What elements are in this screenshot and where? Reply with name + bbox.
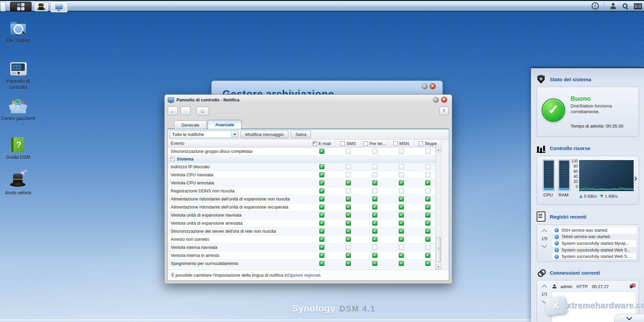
notify-checkbox-tel[interactable]: [372, 221, 377, 226]
notify-checkbox-skype[interactable]: [425, 221, 430, 226]
table-row[interactable]: Registrazione DDNS non riuscita: [168, 187, 441, 195]
notify-checkbox-tel[interactable]: [372, 237, 377, 242]
tab-generale[interactable]: Generale: [174, 121, 207, 129]
notify-checkbox-email[interactable]: [319, 180, 324, 185]
column-header-evento[interactable]: Evento: [168, 140, 309, 147]
notify-checkbox-sms[interactable]: [346, 237, 351, 242]
notify-checkbox-email[interactable]: [319, 253, 324, 258]
column-header-sms[interactable]: SMS: [335, 140, 362, 147]
notify-checkbox-tel[interactable]: [372, 245, 377, 250]
notify-checkbox-skype[interactable]: [425, 253, 430, 258]
notify-checkbox-email[interactable]: [319, 164, 324, 169]
collapse-icon[interactable]: [170, 157, 175, 161]
notify-checkbox-email[interactable]: [319, 149, 324, 154]
column-checkbox-msn[interactable]: [393, 141, 398, 146]
notify-checkbox-sms[interactable]: [346, 196, 351, 201]
notify-checkbox-msn[interactable]: [399, 180, 404, 185]
notify-checkbox-skype[interactable]: [425, 245, 430, 250]
table-row[interactable]: Alimentazione ridondante dell'unità di e…: [168, 203, 441, 211]
notify-checkbox-tel[interactable]: [372, 229, 377, 234]
minimize-button[interactable]: [422, 84, 428, 89]
notify-checkbox-sms[interactable]: [346, 204, 351, 210]
notify-checkbox-sms[interactable]: [346, 253, 351, 258]
notify-checkbox-skype[interactable]: [425, 149, 430, 154]
column-header-email[interactable]: E-mail: [309, 140, 335, 147]
back-button[interactable]: [168, 106, 178, 115]
notify-checkbox-email[interactable]: [319, 188, 324, 193]
desktop-icon-dsm-help[interactable]: ? Guida DSM: [0, 137, 36, 160]
notify-checkbox-email[interactable]: [319, 213, 324, 218]
info-icon[interactable]: [592, 2, 599, 9]
notify-checkbox-email[interactable]: [319, 229, 324, 234]
notify-checkbox-msn[interactable]: [399, 196, 404, 201]
forward-button[interactable]: [180, 106, 191, 115]
notify-checkbox-skype[interactable]: [425, 213, 430, 218]
notify-checkbox-tel[interactable]: [372, 261, 377, 266]
notify-checkbox-tel[interactable]: [372, 253, 377, 258]
notify-checkbox-msn[interactable]: [399, 172, 404, 177]
notify-checkbox-tel[interactable]: [372, 149, 377, 154]
notify-checkbox-email[interactable]: [319, 245, 324, 250]
table-row[interactable]: Ventola unità di espansione riavviata: [168, 211, 441, 219]
notification-filter-select[interactable]: Tutte le notifiche: [170, 131, 238, 138]
notify-checkbox-sms[interactable]: [346, 213, 351, 218]
notify-checkbox-msn[interactable]: [399, 261, 404, 266]
vertical-scrollbar[interactable]: [435, 147, 441, 269]
column-checkbox-email[interactable]: [313, 141, 317, 146]
scroll-down-button[interactable]: [436, 264, 441, 269]
notify-checkbox-tel[interactable]: [372, 188, 377, 193]
notify-checkbox-msn[interactable]: [399, 245, 404, 250]
notify-checkbox-skype[interactable]: [425, 229, 430, 234]
notify-checkbox-email[interactable]: [319, 204, 324, 210]
notify-checkbox-skype[interactable]: [425, 204, 430, 210]
notify-checkbox-msn[interactable]: [399, 253, 404, 258]
desktop-icon-package-center[interactable]: Centro pacchetti: [0, 98, 36, 122]
notify-checkbox-email[interactable]: [319, 172, 324, 177]
notify-checkbox-sms[interactable]: [346, 245, 351, 250]
notify-checkbox-email[interactable]: [319, 237, 324, 242]
column-header-msn[interactable]: MSN: [388, 140, 415, 147]
notify-checkbox-sms[interactable]: [346, 172, 351, 177]
notify-checkbox-tel[interactable]: [372, 180, 377, 185]
table-row[interactable]: Alimentazione ridondante dell'unità di e…: [168, 195, 441, 203]
notify-checkbox-msn[interactable]: [399, 213, 404, 218]
active-window-button[interactable]: [51, 2, 67, 12]
notify-checkbox-msn[interactable]: [399, 188, 404, 193]
column-header-skype[interactable]: Skype: [415, 140, 441, 147]
notify-checkbox-msn[interactable]: [399, 229, 404, 234]
edit-message-button[interactable]: Modifica messaggio: [240, 130, 288, 138]
table-row[interactable]: Indirizzo IP bloccato: [168, 163, 441, 171]
group-row[interactable]: Sistema: [168, 155, 441, 163]
notify-checkbox-sms[interactable]: [346, 180, 351, 185]
notify-checkbox-msn[interactable]: [399, 149, 404, 154]
user-icon[interactable]: [610, 3, 616, 9]
search-icon[interactable]: [622, 3, 629, 9]
save-button[interactable]: Salva: [291, 130, 311, 138]
column-checkbox-skype[interactable]: [419, 141, 423, 146]
notify-checkbox-sms[interactable]: [346, 221, 351, 226]
notify-checkbox-msn[interactable]: [399, 204, 404, 210]
column-checkbox-sms[interactable]: [340, 141, 345, 146]
notify-checkbox-sms[interactable]: [346, 229, 351, 234]
regional-options-link[interactable]: Opzioni regionali: [288, 273, 320, 278]
help-button[interactable]: [439, 107, 448, 115]
disconnect-icon[interactable]: [629, 284, 635, 289]
minimize-button[interactable]: [433, 97, 439, 103]
notify-checkbox-msn[interactable]: [399, 237, 404, 242]
notify-checkbox-msn[interactable]: [399, 221, 404, 226]
column-header-tel[interactable]: Per tel...: [362, 140, 388, 147]
show-desktop-button[interactable]: [0, 2, 6, 11]
notify-checkbox-skype[interactable]: [425, 196, 430, 201]
notify-checkbox-skype[interactable]: [425, 172, 430, 177]
scrollbar-thumb[interactable]: [436, 237, 441, 262]
pager-up-icon[interactable]: [542, 229, 547, 235]
notify-checkbox-skype[interactable]: [425, 237, 430, 242]
main-menu-button[interactable]: [10, 2, 32, 11]
notify-checkbox-skype[interactable]: [425, 180, 430, 185]
chevron-down-icon[interactable]: [231, 131, 237, 137]
tab-avanzate[interactable]: Avanzate: [208, 120, 241, 129]
notify-checkbox-skype[interactable]: [425, 188, 430, 193]
table-row[interactable]: Ventola interna in arresto.: [168, 251, 441, 260]
notify-checkbox-sms[interactable]: [346, 164, 351, 169]
notify-checkbox-sms[interactable]: [346, 149, 351, 154]
